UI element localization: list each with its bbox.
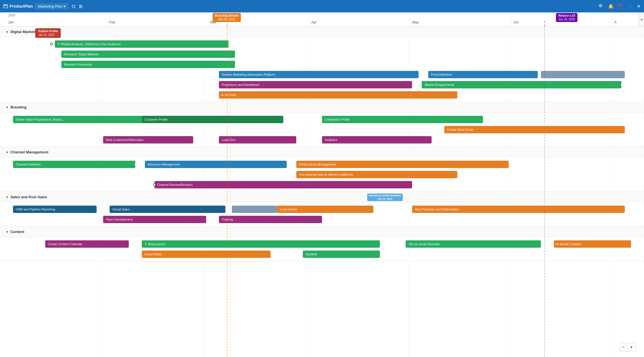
gantt-body[interactable]: ▼ Digital Marketing Publish ProfileJan 2… bbox=[0, 27, 644, 357]
bar-transition[interactable] bbox=[232, 206, 277, 213]
month-jun: Jun bbox=[511, 18, 612, 26]
connector-dot bbox=[50, 43, 53, 45]
search-icon[interactable]: 🔍 bbox=[599, 4, 604, 9]
resize-icon: ⋮ bbox=[280, 118, 282, 121]
bar-projections[interactable]: Projections and Dashboard bbox=[219, 81, 412, 88]
bar-targeted-ads[interactable]: Run targeted ads on different platforms bbox=[296, 171, 457, 178]
bar-training[interactable]: Training bbox=[219, 216, 322, 223]
row-crm: CRM and Pipeline Reporting Virtual Sales… bbox=[0, 204, 644, 214]
help-icon[interactable]: ❓ bbox=[618, 4, 623, 9]
section-content: ▼ Content Create Content Calendar ▼Blog … bbox=[0, 227, 644, 261]
bar-competitor-profile[interactable]: Competitor Profile bbox=[322, 116, 483, 123]
bar-analytics[interactable]: Analytics bbox=[322, 136, 432, 143]
connector-dot-right bbox=[620, 83, 621, 86]
month-mar: Mar bbox=[208, 18, 309, 26]
bar-research-target-markets[interactable]: Research Target Markets bbox=[61, 51, 235, 58]
digital-marketing-rows: ▼Market Analysis - Determine Your Audien… bbox=[0, 37, 644, 102]
row-create-style-guide: Create Style Guide bbox=[0, 125, 644, 135]
bar-price-definition[interactable]: Price Definition bbox=[428, 71, 538, 78]
zoom-in-button[interactable]: + bbox=[627, 343, 635, 351]
bar-team-development[interactable]: Team Development ⋮ bbox=[103, 216, 206, 223]
close-icon[interactable]: ✕ bbox=[637, 4, 641, 9]
bar-ebook-creation[interactable]: ▶Ebook Creation bbox=[554, 240, 631, 248]
publish-profile-bar[interactable]: Publish ProfileJan 22, 2020 bbox=[35, 28, 61, 38]
chevron-icon: ▼ bbox=[6, 151, 9, 154]
bar-ad-trials[interactable]: ▶Ad trials bbox=[219, 91, 457, 99]
bar-virtual-sales[interactable]: Virtual Sales bbox=[110, 206, 225, 213]
collapse-button[interactable]: ◀ bbox=[638, 12, 644, 26]
section-label: Sales and Post Sales bbox=[10, 195, 47, 199]
bar-best-practices[interactable]: Best Practices and Optimization bbox=[412, 206, 625, 213]
content-rows: Create Content Calendar ▼Blog Launch Set… bbox=[0, 237, 644, 261]
bell-icon[interactable]: 🔔 bbox=[608, 4, 614, 9]
section-header-channel-management[interactable]: ▼ Channel Management bbox=[0, 147, 644, 158]
row-channel-definition: Channel Definition Resource Management P… bbox=[0, 159, 644, 169]
bar-crm[interactable]: CRM and Pipeline Reporting bbox=[13, 206, 97, 213]
section-channel-management: ▼ Channel Management Channel Definition … bbox=[0, 147, 644, 192]
bar-resource-management[interactable]: Resource Management bbox=[145, 161, 287, 168]
bar-channel-review[interactable]: Channel Review/Revision bbox=[155, 181, 412, 188]
save-button[interactable]: ⊞ bbox=[79, 4, 82, 9]
svg-rect-2 bbox=[4, 5, 5, 5]
bar-market-analysis[interactable]: ▼Market Analysis - Determine Your Audien… bbox=[55, 40, 229, 48]
row-ad-trials: ▶Ad trials bbox=[0, 90, 644, 100]
bar-create-style-guide[interactable]: Create Style Guide bbox=[444, 126, 625, 133]
bar-backlink[interactable]: Backlink bbox=[303, 251, 380, 258]
bar-customer-profile[interactable]: Customer Profile ⋮ bbox=[142, 116, 284, 123]
bar-market-requirements[interactable]: Market Requirements bbox=[422, 81, 621, 88]
bar-channel-definition[interactable]: Channel Definition bbox=[13, 161, 135, 168]
row-guest-writer: Guest Writer Backlink bbox=[0, 249, 644, 259]
bar-performance-management[interactable]: Performance Management ⋮ bbox=[296, 161, 509, 168]
row-market-analysis: ▼Market Analysis - Determine Your Audien… bbox=[0, 39, 644, 49]
app-header: ProductPlan Marketing Plan ▾ ⊡ ⊞ 🔍 🔔 ❓ 👤… bbox=[0, 0, 644, 12]
section-label: Branding bbox=[10, 105, 27, 109]
sales-rows: CRM and Pipeline Reporting Virtual Sales… bbox=[0, 203, 644, 226]
section-label: Channel Management bbox=[10, 150, 48, 154]
chevron-icon: ▼ bbox=[6, 106, 9, 109]
month-may: May bbox=[410, 18, 512, 26]
row-targeted-ads: Run targeted ads on different platforms bbox=[0, 169, 644, 180]
row-define-value: Define Value Propositions: Brand,... Cus… bbox=[0, 114, 644, 125]
resize-icon: ⋮ bbox=[203, 218, 205, 221]
app-logo: ProductPlan bbox=[3, 4, 33, 8]
bar-social-channels[interactable]: Set up social channels bbox=[406, 240, 541, 248]
month-labels: Jan Feb Mar Apr May Jun A bbox=[0, 18, 644, 26]
copy-button[interactable]: ⊡ bbox=[72, 4, 75, 9]
row-channel-review: Channel Review/Revision bbox=[0, 180, 644, 190]
plan-selector[interactable]: Marketing Plan ▾ bbox=[35, 3, 68, 10]
section-header-sales[interactable]: ▼ Sales and Post Sales Salesforce Implem… bbox=[0, 192, 644, 203]
chevron-icon: ▼ bbox=[6, 230, 9, 234]
section-header-branding[interactable]: ▼ Branding bbox=[0, 102, 644, 113]
user-icon[interactable]: 👤 bbox=[627, 4, 633, 9]
bar-lead-gen[interactable]: Lead Gen bbox=[219, 136, 296, 143]
zoom-controls[interactable]: − + bbox=[619, 343, 636, 351]
bar-blog-launch[interactable]: ▼Blog Launch bbox=[142, 240, 380, 248]
connector-dot bbox=[134, 163, 135, 166]
connector-dot-left bbox=[153, 183, 156, 186]
section-header-content[interactable]: ▼ Content bbox=[0, 227, 644, 237]
bar-steel-placeholder[interactable] bbox=[541, 71, 625, 78]
zoom-out-button[interactable]: − bbox=[619, 343, 627, 351]
timeline-header: 2020 Marketing ReviewMar 25, 2020 Releas… bbox=[0, 12, 644, 27]
bar-guest-writer[interactable]: Guest Writer bbox=[142, 251, 271, 258]
row-team-development: Team Development ⋮ Training bbox=[0, 214, 644, 225]
row-projections: Projections and Dashboard Market Require… bbox=[0, 80, 644, 90]
bar-research-keywords[interactable]: Research Keywords bbox=[61, 61, 235, 68]
section-branding: ▼ Branding Define Value Propositions: Br… bbox=[0, 102, 644, 147]
bar-review-marketing[interactable]: Review Marketing Automation Platform bbox=[219, 71, 419, 78]
section-label: Content bbox=[10, 230, 24, 234]
channel-management-rows: Channel Definition Resource Management P… bbox=[0, 158, 644, 191]
month-jan: Jan bbox=[0, 18, 107, 26]
row-beta-customers: Beta Customers/Advocates Lead Gen Analyt… bbox=[0, 135, 644, 145]
month-apr: Apr bbox=[309, 18, 410, 26]
row-content-calendar: Create Content Calendar ▼Blog Launch Set… bbox=[0, 239, 644, 249]
section-header-digital-marketing[interactable]: ▼ Digital Marketing Publish ProfileJan 2… bbox=[0, 27, 644, 37]
section-digital-marketing: ▼ Digital Marketing Publish ProfileJan 2… bbox=[0, 27, 644, 102]
bar-lead-scores[interactable]: Lead Scores bbox=[277, 206, 373, 213]
month-feb: Feb bbox=[107, 18, 208, 26]
bar-beta-customers[interactable]: Beta Customers/Advocates bbox=[103, 136, 193, 143]
bar-content-calendar[interactable]: Create Content Calendar bbox=[45, 240, 129, 248]
chevron-icon: ▼ bbox=[6, 30, 9, 34]
row-research-keywords: Research Keywords bbox=[0, 59, 644, 69]
year-label: 2020 bbox=[8, 14, 15, 17]
